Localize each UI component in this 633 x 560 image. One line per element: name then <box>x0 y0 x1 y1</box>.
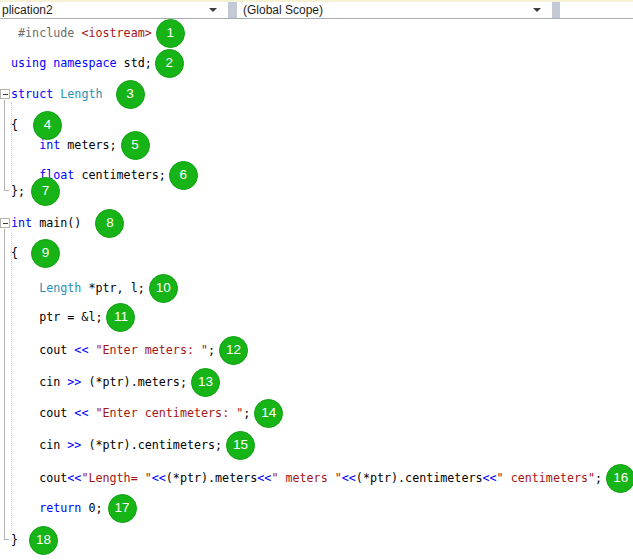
code-token: { <box>11 117 18 133</box>
code-line[interactable]: #include <iostream>1 <box>11 25 185 41</box>
code-token: #include <box>11 25 81 41</box>
code-token <box>11 500 39 516</box>
code-token: << <box>67 470 81 486</box>
code-token: (*ptr).centimeters; <box>81 437 222 453</box>
code-token: cin <box>11 374 67 390</box>
code-line[interactable]: cin >> (*ptr).meters;13 <box>11 374 220 390</box>
code-token: (*ptr).meters; <box>81 374 187 390</box>
code-token: << <box>152 470 166 486</box>
outline-line <box>4 100 5 190</box>
code-token <box>11 137 39 153</box>
code-line[interactable]: return 0;17 <box>11 500 137 516</box>
code-token <box>53 86 60 102</box>
code-token: ; <box>595 470 602 486</box>
code-token: cout <box>11 470 67 486</box>
code-token: "Enter centimeters: " <box>95 405 243 421</box>
navigation-bar: plication2 (Global Scope) <box>0 0 633 19</box>
project-dropdown-value: plication2 <box>2 3 209 17</box>
code-token <box>11 280 39 296</box>
project-dropdown[interactable]: plication2 <box>0 2 228 18</box>
code-token <box>46 55 53 71</box>
step-number-badge: 9 <box>31 239 60 268</box>
code-token: } <box>11 532 18 548</box>
code-line[interactable]: cout << "Enter meters: ";12 <box>11 342 248 358</box>
code-token: cin <box>11 437 67 453</box>
code-token: namespace <box>53 55 116 71</box>
code-line[interactable]: using namespace std;2 <box>11 55 184 71</box>
code-token: ; <box>243 405 250 421</box>
minus-icon <box>3 223 8 224</box>
code-line[interactable]: int main()8 <box>11 215 124 231</box>
code-line[interactable]: int meters;5 <box>11 137 150 153</box>
code-token: using <box>11 55 46 71</box>
code-token: ptr = &l; <box>11 309 102 325</box>
step-number-badge: 17 <box>108 494 137 523</box>
code-line[interactable]: cin >> (*ptr).centimeters;15 <box>11 437 255 453</box>
code-line[interactable]: }18 <box>11 532 58 548</box>
collapse-region-icon[interactable] <box>0 218 10 228</box>
step-number-badge: 15 <box>226 431 255 460</box>
code-token: (*ptr).meters <box>166 470 257 486</box>
step-number-badge: 14 <box>254 399 283 428</box>
step-number-badge: 11 <box>106 303 135 332</box>
step-number-badge: 1 <box>156 19 185 48</box>
code-line[interactable]: cout << "Enter centimeters: ";14 <box>11 405 283 421</box>
step-number-badge: 2 <box>155 49 184 78</box>
code-token: << <box>342 470 356 486</box>
code-token: centimeters; <box>74 167 165 183</box>
code-token: { <box>11 245 18 261</box>
code-token: }; <box>11 183 25 199</box>
step-number-badge: 5 <box>121 131 150 160</box>
code-line[interactable]: cout<<"Length= "<<(*ptr).meters<<" meter… <box>11 470 633 486</box>
code-token <box>88 342 95 358</box>
code-token: Length <box>39 280 81 296</box>
code-token: cout <box>11 342 74 358</box>
step-number-badge: 7 <box>31 177 60 206</box>
code-line[interactable]: ptr = &l;11 <box>11 309 135 325</box>
code-token: " meters " <box>271 470 341 486</box>
vs-editor-window: { "navbar": { "project_dropdown": { "val… <box>0 0 633 560</box>
code-token: << <box>74 405 88 421</box>
code-token: (*ptr).centimeters <box>356 470 483 486</box>
code-line[interactable]: {4 <box>11 117 62 133</box>
scope-dropdown[interactable]: (Global Scope) <box>237 2 552 18</box>
code-token: "Length= " <box>81 470 151 486</box>
step-number-badge: 12 <box>219 336 248 365</box>
code-token: meters; <box>60 137 116 153</box>
dropdown-arrow-icon <box>533 8 541 12</box>
step-number-badge: 6 <box>169 161 198 190</box>
code-token: >> <box>67 437 81 453</box>
step-number-badge: 8 <box>95 209 124 238</box>
code-line[interactable]: {9 <box>11 245 60 261</box>
step-number-badge: 3 <box>116 80 145 109</box>
step-number-badge: 4 <box>33 111 62 140</box>
code-token: main() <box>32 215 81 231</box>
code-token: int <box>11 215 32 231</box>
collapse-region-icon[interactable] <box>0 89 10 99</box>
code-token: std; <box>117 55 152 71</box>
code-token: " centimeters" <box>497 470 596 486</box>
outline-end-tick <box>4 539 9 540</box>
code-token: cout <box>11 405 74 421</box>
step-number-badge: 13 <box>191 368 220 397</box>
navbar-separator <box>228 2 237 18</box>
navbar-separator <box>552 2 560 18</box>
scope-dropdown-value: (Global Scope) <box>243 3 533 17</box>
code-token: << <box>257 470 271 486</box>
code-token: ; <box>208 342 215 358</box>
member-dropdown[interactable] <box>560 2 633 18</box>
dropdown-arrow-icon <box>209 8 217 12</box>
outline-end-tick <box>4 190 9 191</box>
code-token: >> <box>67 374 81 390</box>
code-editor[interactable]: #include <iostream>1using namespace std;… <box>0 0 633 560</box>
step-number-badge: 18 <box>29 526 58 555</box>
step-number-badge: 10 <box>149 274 178 303</box>
code-token: << <box>483 470 497 486</box>
minus-icon <box>3 94 8 95</box>
code-token: <iostream> <box>81 25 151 41</box>
outline-line <box>4 229 5 539</box>
code-line[interactable]: struct Length3 <box>11 86 145 102</box>
step-number-badge: 16 <box>606 464 633 493</box>
code-line[interactable]: Length *ptr, l;10 <box>11 280 178 296</box>
code-line[interactable]: };7 <box>11 183 60 199</box>
